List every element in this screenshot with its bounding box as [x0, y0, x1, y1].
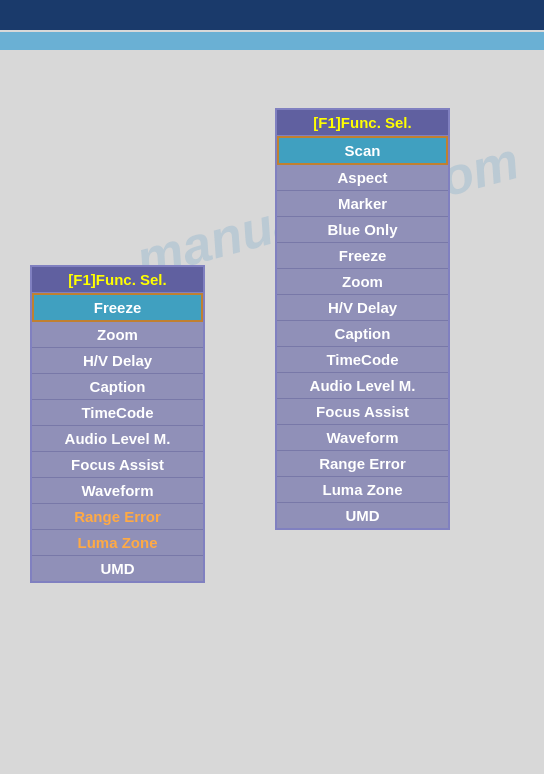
right-menu-item-caption[interactable]: Caption	[277, 321, 448, 347]
left-menu-title: [F1]Func. Sel.	[32, 267, 203, 293]
left-menu-item-freeze[interactable]: Freeze	[32, 293, 203, 322]
right-menu-item-marker[interactable]: Marker	[277, 191, 448, 217]
left-menu-item-range-error[interactable]: Range Error	[32, 504, 203, 530]
left-menu: [F1]Func. Sel. Freeze Zoom H/V Delay Cap…	[30, 265, 205, 583]
left-menu-item-hv-delay[interactable]: H/V Delay	[32, 348, 203, 374]
right-menu-item-scan[interactable]: Scan	[277, 136, 448, 165]
right-menu-item-hv-delay[interactable]: H/V Delay	[277, 295, 448, 321]
right-menu-item-waveform[interactable]: Waveform	[277, 425, 448, 451]
right-menu-item-luma-zone[interactable]: Luma Zone	[277, 477, 448, 503]
left-menu-item-audio-level[interactable]: Audio Level M.	[32, 426, 203, 452]
left-menu-item-focus-assist[interactable]: Focus Assist	[32, 452, 203, 478]
right-menu-item-aspect[interactable]: Aspect	[277, 165, 448, 191]
right-menu: [F1]Func. Sel. Scan Aspect Marker Blue O…	[275, 108, 450, 530]
right-menu-item-audio-level[interactable]: Audio Level M.	[277, 373, 448, 399]
right-menu-item-umd[interactable]: UMD	[277, 503, 448, 528]
right-menu-item-focus-assist[interactable]: Focus Assist	[277, 399, 448, 425]
top-bar	[0, 0, 544, 30]
right-menu-item-blue-only[interactable]: Blue Only	[277, 217, 448, 243]
left-menu-item-zoom[interactable]: Zoom	[32, 322, 203, 348]
right-menu-title: [F1]Func. Sel.	[277, 110, 448, 136]
left-menu-item-waveform[interactable]: Waveform	[32, 478, 203, 504]
right-menu-item-timecode[interactable]: TimeCode	[277, 347, 448, 373]
right-menu-item-zoom[interactable]: Zoom	[277, 269, 448, 295]
left-menu-item-umd[interactable]: UMD	[32, 556, 203, 581]
right-menu-item-range-error[interactable]: Range Error	[277, 451, 448, 477]
blue-bar	[0, 32, 544, 50]
left-menu-item-timecode[interactable]: TimeCode	[32, 400, 203, 426]
right-menu-item-freeze[interactable]: Freeze	[277, 243, 448, 269]
left-menu-item-luma-zone[interactable]: Luma Zone	[32, 530, 203, 556]
left-menu-item-caption[interactable]: Caption	[32, 374, 203, 400]
